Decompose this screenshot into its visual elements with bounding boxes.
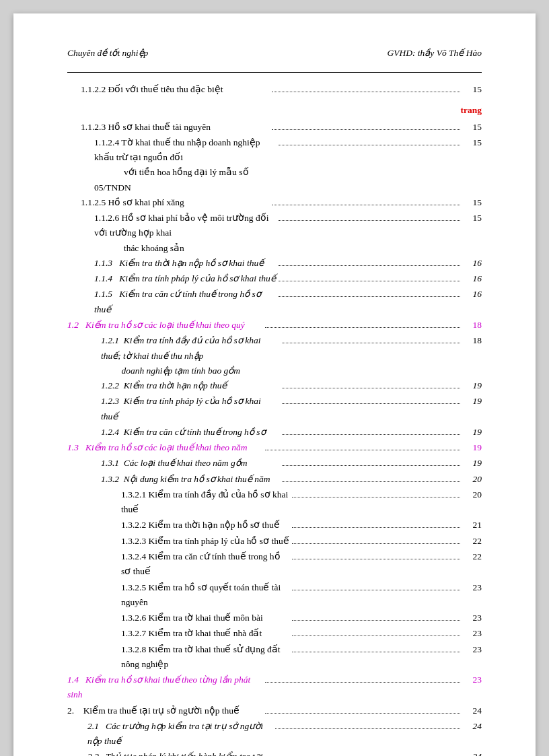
toc-dots	[292, 652, 460, 652]
toc-dots	[265, 450, 460, 450]
toc-text: 1.1.2.3 Hồ sơ khai thuế tài nguyên	[81, 120, 269, 135]
toc-page: 22	[463, 549, 482, 564]
toc-text: 1.1.5 Kiểm tra căn cứ tính thuế trong hồ…	[94, 287, 276, 317]
toc-entry-114: 1.1.4 Kiểm tra tính pháp lý của hồ sơ kh…	[67, 271, 482, 286]
toc-dots	[292, 559, 460, 559]
toc-text: 1.1.2.4 Tờ khai thuế thu nhập doanh nghi…	[94, 135, 276, 195]
toc-dots	[279, 145, 460, 145]
toc-section: 1.1.2.2 Đối với thuế tiêu thu đặc biệt 1…	[67, 82, 482, 756]
toc-page: 19	[463, 425, 482, 440]
trang-label: trang	[67, 103, 482, 118]
toc-dots	[265, 713, 460, 714]
toc-text: 1.3.2.7 Kiểm tra tờ khai thuế nhà đất	[121, 626, 289, 641]
toc-page: 20	[463, 487, 482, 502]
toc-entry-113: 1.1.3 Kiểm tra thời hạn nộp hồ sơ khai t…	[67, 256, 482, 271]
toc-dots	[282, 403, 460, 404]
toc-dots	[279, 265, 460, 266]
toc-page: 16	[463, 287, 482, 302]
toc-page: 23	[463, 611, 482, 625]
toc-text: 1.3.2.6 Kiểm tra tờ khai thuế môn bài	[121, 611, 289, 625]
toc-line-1124: 1.1.2.4 Tờ khai thuế thu nhập doanh nghi…	[94, 135, 482, 195]
toc-page: 15	[463, 135, 482, 150]
toc-dots	[265, 682, 460, 683]
toc-dots	[279, 296, 460, 297]
toc-page: 21	[463, 518, 482, 532]
toc-page: 23	[463, 642, 482, 657]
toc-page: 18	[463, 318, 482, 333]
toc-dots	[282, 434, 460, 435]
toc-entry-121: 1.2.1 Kiểm tra tính đầy đủ của hồ sơ kha…	[67, 333, 482, 378]
header-right: GVHD: thầy Võ Thế Hào	[388, 47, 482, 59]
toc-text: 1.1.2.6 Hồ sơ khai phí bảo vệ môi trường…	[94, 211, 276, 256]
spacer	[67, 98, 482, 103]
toc-text: 1.2.4 Kiểm tra căn cứ tính thuế trong hồ…	[101, 425, 279, 440]
toc-entry-1328: 1.3.2.8 Kiểm tra tờ khai thuế sử dụng đấ…	[67, 642, 482, 673]
toc-page: 22	[463, 534, 482, 549]
toc-page: 19	[463, 378, 482, 393]
toc-entry-1323: 1.3.2.3 Kiểm tra tính pháp lý của hồ sơ …	[67, 534, 482, 549]
toc-entry-1321: 1.3.2.1 Kiểm tra tính đầy đủ của hồ sơ k…	[67, 487, 482, 518]
page-header: Chuyên đề tốt nghiệp GVHD: thầy Võ Thế H…	[67, 47, 482, 59]
toc-dots	[292, 497, 460, 497]
toc-text: 2.2 Thủ tục pháp lý khi tiến hành kiểm t…	[87, 749, 272, 756]
toc-entry-12: 1.2 Kiểm tra hồ sơ các loại thuế khai th…	[67, 318, 482, 333]
toc-entry-1327: 1.3.2.7 Kiểm tra tờ khai thuế nhà đất 23	[67, 626, 482, 641]
toc-page: 23	[463, 626, 482, 641]
toc-text: 1.3.2.4 Kiểm tra căn cứ tính thuế trong …	[121, 549, 289, 580]
toc-page: 16	[463, 271, 482, 286]
toc-text: 1.3.1 Các loại thuế khai theo năm gồm	[101, 456, 279, 471]
header-divider	[67, 72, 482, 73]
toc-text: 1.4 Kiểm tra hồ sơ khai thuế theo từng l…	[67, 673, 262, 703]
toc-entry-1123: 1.1.2.3 Hồ sơ khai thuế tài nguyên 15	[67, 120, 482, 135]
toc-text: 1.3.2.5 Kiểm tra hồ sơ quyết toán thuế t…	[121, 580, 289, 611]
toc-entry-1324: 1.3.2.4 Kiểm tra căn cứ tính thuế trong …	[67, 549, 482, 580]
toc-text: 1.3.2.8 Kiểm tra tờ khai thuế sử dụng đấ…	[121, 642, 289, 673]
toc-page: 15	[463, 120, 482, 135]
toc-dots	[282, 343, 460, 343]
toc-dots	[292, 543, 460, 544]
toc-text: 1.1.2.2 Đối với thuế tiêu thu đặc biệt	[81, 82, 269, 97]
toc-entry-13: 1.3 Kiểm tra hồ sơ các loại thuế khai th…	[67, 440, 482, 455]
toc-text: 1.1.2.5 Hồ sơ khai phí xăng	[81, 195, 269, 210]
toc-page: 23	[463, 580, 482, 595]
toc-entry-1122: 1.1.2.2 Đối với thuế tiêu thu đặc biệt 1…	[67, 82, 482, 97]
toc-entry-124: 1.2.4 Kiểm tra căn cứ tính thuế trong hồ…	[67, 425, 482, 440]
toc-dots	[272, 92, 460, 92]
toc-text: 1.3.2 Nội dung kiểm tra hồ sơ khai thuế …	[101, 472, 279, 487]
toc-page: 15	[463, 82, 482, 97]
toc-dots	[265, 327, 460, 328]
toc-text: 1.3 Kiểm tra hồ sơ các loại thuế khai th…	[67, 440, 262, 455]
toc-text: 1.1.4 Kiểm tra tính pháp lý của hồ sơ kh…	[94, 271, 276, 286]
toc-entry-131: 1.3.1 Các loại thuế khai theo năm gồm 19	[67, 456, 482, 471]
toc-text: 1.3.2.1 Kiểm tra tính đầy đủ của hồ sơ k…	[121, 487, 289, 518]
toc-text: 1.3.2.3 Kiểm tra tính pháp lý của hồ sơ …	[121, 534, 289, 549]
toc-text: 2.1 Các trường hợp kiểm tra tại trụ sở n…	[87, 719, 272, 749]
toc-entry-115: 1.1.5 Kiểm tra căn cứ tính thuế trong hồ…	[67, 287, 482, 317]
toc-dots	[282, 465, 460, 466]
toc-page: 18	[463, 333, 482, 348]
toc-entry-1326: 1.3.2.6 Kiểm tra tờ khai thuế môn bài 23	[67, 611, 482, 625]
toc-text: 1.3.2.2 Kiểm tra thời hạn nộp hồ sơ thuế	[121, 518, 289, 532]
toc-page: 19	[463, 456, 482, 471]
toc-entry-1126: 1.1.2.6 Hồ sơ khai phí bảo vệ môi trường…	[67, 211, 482, 256]
header-left: Chuyên đề tốt nghiệp	[67, 47, 148, 59]
toc-entry-1322: 1.3.2.2 Kiểm tra thời hạn nộp hồ sơ thuế…	[67, 518, 482, 532]
toc-page: 15	[463, 195, 482, 210]
toc-line-1126: 1.1.2.6 Hồ sơ khai phí bảo vệ môi trường…	[94, 211, 482, 256]
toc-dots	[292, 620, 460, 621]
toc-dots	[282, 388, 460, 388]
toc-page: 15	[463, 211, 482, 226]
toc-text: 1.2.1 Kiểm tra tính đầy đủ của hồ sơ kha…	[101, 333, 279, 378]
toc-page: 24	[463, 749, 482, 756]
toc-entry-2: 2. Kiểm tra thuế tại trụ sở người nộp th…	[67, 703, 482, 718]
toc-dots	[272, 129, 460, 130]
toc-page: 24	[463, 719, 482, 734]
toc-entry-1124: 1.1.2.4 Tờ khai thuế thu nhập doanh nghi…	[67, 135, 482, 195]
toc-text: 1.1.3 Kiểm tra thời hạn nộp hồ sơ khai t…	[94, 256, 276, 271]
toc-dots	[279, 220, 460, 221]
toc-entry-21: 2.1 Các trường hợp kiểm tra tại trụ sở n…	[67, 719, 482, 749]
toc-dots	[275, 728, 460, 729]
toc-page: 19	[463, 394, 482, 409]
toc-page: 24	[463, 703, 482, 718]
toc-page: 16	[463, 256, 482, 271]
